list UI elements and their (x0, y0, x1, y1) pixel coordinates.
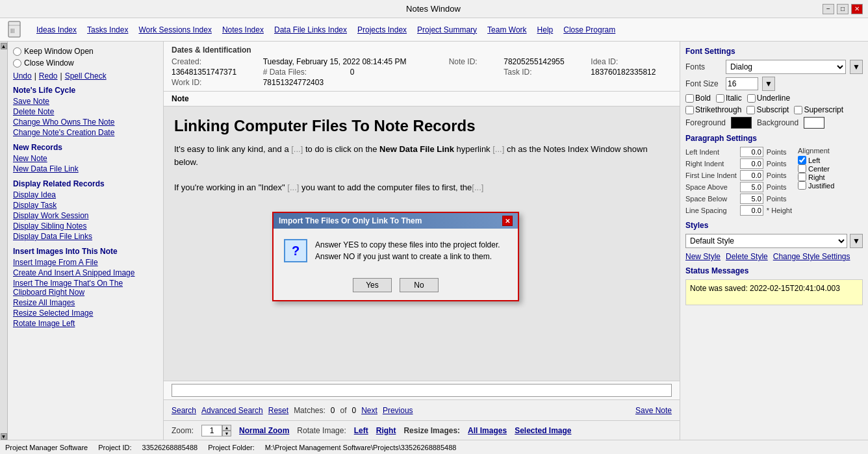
menu-help[interactable]: Help (537, 25, 554, 34)
sidebar: Keep Window Open Close Window Undo | Red… (8, 42, 163, 440)
underline-checkbox[interactable] (747, 94, 756, 103)
matches-value: 0 (331, 406, 335, 415)
of-label: of (340, 406, 347, 415)
keep-window-open-radio[interactable] (13, 47, 21, 56)
dialog-yes-button[interactable]: Yes (353, 278, 392, 292)
undo-button[interactable]: Undo (13, 71, 32, 81)
sidebar-item-insert-image-file[interactable]: Insert Image From A File (13, 257, 158, 268)
menu-team-work[interactable]: Team Work (487, 25, 526, 34)
line-spacing-input[interactable] (740, 205, 763, 216)
dialog-close-button[interactable]: ✕ (502, 216, 513, 226)
project-folder-label: Project Folder: (208, 444, 255, 451)
sidebar-item-insert-clipboard-image[interactable]: Insert The Image That's On The Clipboard… (13, 278, 158, 297)
menu-data-file-links[interactable]: Data File Links Index (274, 25, 347, 34)
rotate-right-button[interactable]: Right (376, 426, 396, 435)
styles-dropdown-button[interactable]: ▼ (850, 234, 863, 248)
align-right-checkbox[interactable] (798, 173, 806, 181)
align-left-checkbox[interactable] (798, 156, 806, 164)
left-indent-input[interactable] (740, 147, 763, 157)
menu-ideas-index[interactable]: Ideas Index (36, 25, 77, 34)
change-style-settings-button[interactable]: Change Style Settings (773, 252, 850, 261)
previous-button[interactable]: Previous (383, 406, 413, 415)
search-bar: Search Advanced Search Reset Matches: 0 … (164, 399, 680, 420)
superscript-checkbox[interactable] (794, 106, 802, 114)
normal-zoom-button[interactable]: Normal Zoom (239, 426, 289, 435)
menu-tasks-index[interactable]: Tasks Index (87, 25, 128, 34)
advanced-search-button[interactable]: Advanced Search (201, 406, 263, 415)
strikethrough-checkbox[interactable] (685, 106, 694, 114)
zoom-input[interactable]: 1 (201, 425, 222, 436)
note-content[interactable]: Linking Computer Files To Note Records I… (164, 107, 680, 381)
bold-checkbox[interactable] (685, 94, 694, 103)
sidebar-item-rotate-image-left[interactable]: Rotate Image Left (13, 318, 158, 329)
space-below-input[interactable] (740, 194, 763, 204)
sidebar-item-resize-all-images[interactable]: Resize All Images (13, 297, 158, 308)
reset-button[interactable]: Reset (268, 406, 288, 415)
zoom-up-button[interactable]: ▲ (222, 425, 231, 431)
sidebar-item-display-work-session[interactable]: Display Work Session (13, 210, 158, 221)
sidebar-item-display-task[interactable]: Display Task (13, 200, 158, 210)
status-bar: Project Manager Software Project ID: 335… (0, 440, 868, 454)
close-window-radio[interactable] (13, 59, 21, 68)
sidebar-item-new-note[interactable]: New Note (13, 153, 158, 164)
align-justified-checkbox[interactable] (798, 181, 806, 190)
font-size-dropdown-button[interactable]: ▼ (762, 77, 775, 91)
sidebar-item-resize-selected-image[interactable]: Resize Selected Image (13, 308, 158, 318)
menu-project-summary[interactable]: Project Summary (417, 25, 477, 34)
menu-projects-index[interactable]: Projects Index (357, 25, 407, 34)
right-indent-input[interactable] (740, 158, 763, 169)
sidebar-item-change-owner[interactable]: Change Who Owns The Note (13, 117, 158, 127)
dialog-no-button[interactable]: No (400, 278, 439, 292)
sidebar-item-change-creation-date[interactable]: Change Note's Creation Date (13, 127, 158, 138)
sidebar-item-save-note[interactable]: Save Note (13, 96, 158, 107)
menu-close-program[interactable]: Close Program (563, 25, 615, 34)
font-select[interactable]: Dialog (726, 60, 846, 74)
paragraph-settings-right: Alignment Left Center Right Justified (798, 147, 863, 216)
rotate-left-button[interactable]: Left (354, 426, 368, 435)
subscript-checkbox[interactable] (747, 106, 755, 114)
spell-check-button[interactable]: Spell Check (65, 71, 107, 81)
sidebar-item-display-idea[interactable]: Display Idea (13, 190, 158, 200)
font-size-input[interactable] (726, 77, 758, 90)
next-button[interactable]: Next (361, 406, 377, 415)
background-color-swatch[interactable] (804, 117, 824, 129)
save-note-button[interactable]: Save Note (635, 406, 672, 415)
menu-notes-index[interactable]: Notes Index (222, 25, 264, 34)
redo-button[interactable]: Redo (39, 71, 58, 81)
foreground-label: Foreground (685, 118, 726, 127)
svg-text:|||: ||| (10, 27, 14, 33)
project-id-value: 33526268885488 (142, 444, 198, 451)
styles-select[interactable]: Default Style (685, 234, 847, 248)
fonts-label: Fonts (685, 62, 722, 71)
project-id-label: Project ID: (98, 444, 131, 451)
dialog-message: Answer YES to copy these files into the … (315, 239, 507, 262)
sidebar-scrollbar[interactable]: ▲ ▼ (0, 42, 8, 440)
space-above-input[interactable] (740, 182, 763, 192)
dates-grid: Created: Tuesday, February 15, 2022 08:1… (172, 57, 672, 87)
search-button[interactable]: Search (172, 406, 196, 415)
selected-image-button[interactable]: Selected Image (515, 426, 571, 435)
minimize-button[interactable]: − (823, 4, 834, 14)
work-id-label: Work ID: (172, 78, 253, 87)
maximize-button[interactable]: □ (837, 4, 849, 14)
align-center-checkbox[interactable] (798, 164, 806, 173)
edit-actions: Undo | Redo | Spell Check (13, 71, 158, 81)
note-search-input[interactable] (172, 384, 672, 397)
delete-style-button[interactable]: Delete Style (726, 252, 768, 261)
sidebar-item-display-data-file-links[interactable]: Display Data File Links (13, 231, 158, 242)
sidebar-item-new-data-file-link[interactable]: New Data File Link (13, 164, 158, 174)
foreground-color-swatch[interactable] (731, 117, 752, 129)
close-button[interactable]: ✕ (851, 4, 863, 14)
sidebar-item-delete-note[interactable]: Delete Note (13, 107, 158, 117)
font-dropdown-button[interactable]: ▼ (850, 60, 863, 74)
menu-work-sessions[interactable]: Work Sessions Index (138, 25, 212, 34)
sidebar-item-create-insert-snipped[interactable]: Create And Insert A Snipped Image (13, 268, 158, 278)
sidebar-item-display-sibling-notes[interactable]: Display Sibling Notes (13, 221, 158, 231)
all-images-button[interactable]: All Images (468, 426, 507, 435)
italic-checkbox[interactable] (716, 94, 724, 103)
underline-check: Underline (747, 94, 790, 103)
first-line-indent-input[interactable] (740, 170, 763, 181)
zoom-down-button[interactable]: ▼ (222, 431, 231, 436)
format-row-2: Strikethrough Subscript Superscript (685, 105, 863, 114)
new-style-button[interactable]: New Style (685, 252, 721, 261)
